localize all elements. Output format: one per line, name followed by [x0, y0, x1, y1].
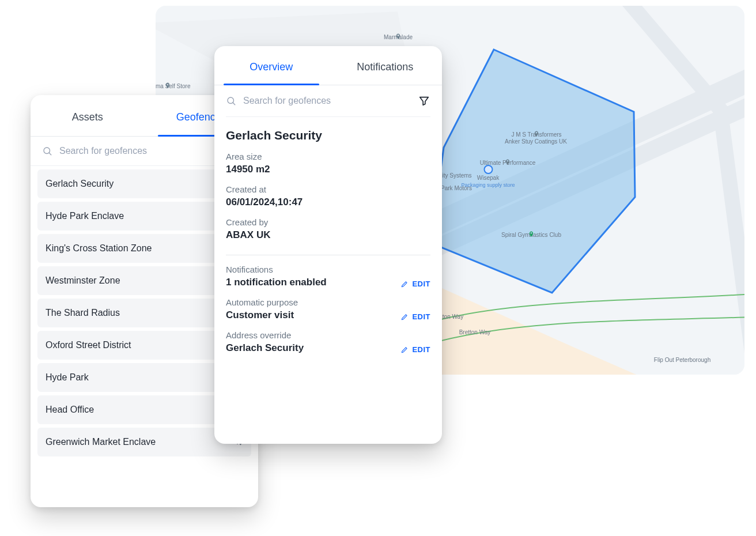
map-pin-anker[interactable]: Anker Stuy Coatings UK: [505, 138, 567, 145]
detail-search-input[interactable]: [243, 96, 411, 106]
edit-label: EDIT: [412, 280, 430, 288]
tab-overview[interactable]: Overview: [214, 46, 328, 85]
map-pin-label: ton Way: [443, 314, 463, 320]
section-divider: [226, 255, 430, 255]
created-at-field: Created at 06/01/2024,10:47: [226, 181, 430, 214]
svg-line-4: [49, 153, 51, 155]
map-pin-label: WisepakPackaging supply store: [461, 175, 515, 188]
pencil-icon: [400, 280, 409, 288]
edit-auto-purpose-button[interactable]: EDIT: [400, 312, 430, 321]
edit-notifications-button[interactable]: EDIT: [400, 280, 430, 288]
notifications-field: Notifications 1 notification enabled EDI…: [226, 261, 430, 294]
map-pin-label: Flip Out Peterborough: [654, 357, 710, 364]
map-pin-optima[interactable]: Optima Self Store: [156, 82, 190, 90]
auto-purpose-field: Automatic purpose Customer visit EDIT: [226, 294, 430, 327]
edit-label: EDIT: [412, 345, 430, 354]
area-size-value: 14950 m2: [226, 164, 430, 175]
map-pin-wisepak[interactable]: WisepakPackaging supply store: [461, 165, 515, 188]
address-override-value: Gerlach Security: [226, 342, 304, 354]
map-pin-flip[interactable]: Flip Out Peterborough: [654, 356, 710, 364]
geofence-item-label: Hyde Park Enclave: [46, 211, 124, 221]
svg-line-7: [233, 103, 235, 105]
geofence-item-label: Gerlach Security: [46, 179, 114, 189]
area-size-label: Area size: [226, 152, 430, 161]
map-pin-spiral[interactable]: Spiral Gymnastics Club: [501, 231, 561, 239]
map-pin-label: Anker Stuy Coatings UK: [505, 138, 567, 145]
created-by-label: Created by: [226, 217, 430, 227]
created-at-value: 06/01/2024,10:47: [226, 197, 430, 208]
geofence-item-label: King's Cross Station Zone: [46, 243, 152, 254]
geofence-item-label: Head Office: [46, 405, 94, 415]
pencil-icon: [400, 313, 409, 321]
tab-assets[interactable]: Assets: [31, 95, 145, 136]
created-by-value: ABAX UK: [226, 229, 430, 241]
area-size-field: Area size 14950 m2: [226, 148, 430, 181]
search-icon: [42, 146, 52, 156]
geofence-item-label: Oxford Street District: [46, 340, 131, 350]
created-by-field: Created by ABAX UK: [226, 214, 430, 247]
detail-search-row: [226, 85, 430, 117]
geofence-detail-panel: Overview Notifications Gerlach Security …: [214, 46, 442, 444]
notifications-label: Notifications: [226, 265, 327, 274]
map-pin-bretton2[interactable]: Bretton Way: [459, 329, 491, 336]
notifications-value: 1 notification enabled: [226, 277, 327, 288]
pencil-icon: [400, 346, 409, 354]
tab-notifications[interactable]: Notifications: [328, 46, 443, 85]
store-icon: [483, 165, 493, 174]
created-at-label: Created at: [226, 184, 430, 194]
geofence-item-label: The Shard Radius: [46, 308, 120, 318]
search-icon: [226, 96, 236, 106]
geofence-title: Gerlach Security: [226, 117, 430, 148]
auto-purpose-value: Customer visit: [226, 309, 298, 321]
geofence-item-label: Westminster Zone: [46, 275, 120, 286]
map-pin-marmalade[interactable]: Marmalade: [384, 33, 413, 41]
detail-tabs: Overview Notifications: [214, 46, 442, 85]
geofence-item-label: Hyde Park: [46, 372, 89, 383]
filter-icon[interactable]: [418, 95, 430, 107]
address-override-label: Address override: [226, 330, 304, 340]
edit-address-override-button[interactable]: EDIT: [400, 345, 430, 354]
map-pin-bretton1[interactable]: ton Way: [443, 313, 463, 320]
auto-purpose-label: Automatic purpose: [226, 297, 298, 307]
edit-label: EDIT: [412, 312, 430, 321]
address-override-field: Address override Gerlach Security EDIT: [226, 327, 430, 360]
geofence-item-label: Greenwich Market Enclave: [46, 437, 156, 447]
map-pin-label: Bretton Way: [459, 329, 491, 336]
map-pin-jms[interactable]: J M S Transformers: [511, 131, 561, 138]
